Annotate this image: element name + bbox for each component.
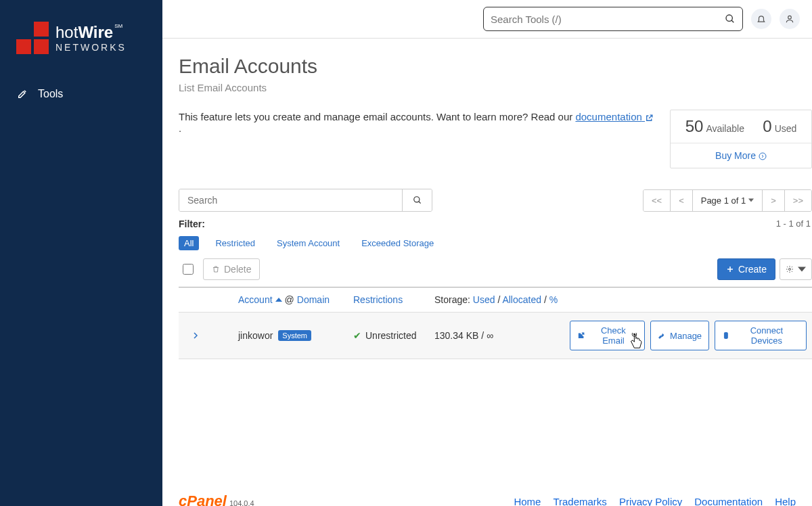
create-button[interactable]: Create: [717, 258, 775, 280]
brand-text-1b: Wire: [78, 23, 113, 41]
expand-row[interactable]: [179, 331, 212, 340]
cell-storage: 130.34 KB / ∞: [429, 330, 564, 341]
external-link-icon: [645, 114, 654, 122]
pager-prev[interactable]: <: [671, 190, 693, 211]
pager-next[interactable]: >: [763, 190, 785, 211]
intro-prefix: This feature lets you create and manage …: [179, 111, 575, 122]
arrow-right-circle-icon: [759, 152, 767, 160]
select-all-checkbox[interactable]: [183, 264, 194, 275]
stat-available: 50Available: [685, 117, 744, 136]
brand-text-1a: hot: [55, 23, 78, 41]
footer-privacy[interactable]: Privacy Policy: [619, 496, 682, 507]
sort-percent[interactable]: %: [549, 294, 558, 305]
footer-trademarks[interactable]: Trademarks: [553, 496, 606, 507]
documentation-link[interactable]: documentation: [575, 111, 654, 122]
svg-point-2: [788, 16, 792, 19]
filter-exceeded[interactable]: Exceeded Storage: [356, 236, 439, 250]
cell-restrictions: ✔Unrestricted: [348, 330, 429, 341]
main: Email Accounts List Email Accounts This …: [162, 0, 812, 506]
notifications-button[interactable]: [751, 9, 771, 29]
cell-account: jinkowor System: [233, 330, 348, 341]
filter-label: Filter:: [179, 218, 439, 229]
pagination: << < Page 1 of 1 > >>: [643, 189, 812, 212]
svg-line-1: [731, 20, 734, 22]
caret-down-icon: [748, 198, 754, 203]
user-button[interactable]: [780, 9, 800, 29]
page-subtitle: List Email Accounts: [179, 82, 812, 93]
filter-restricted[interactable]: Restricted: [210, 236, 261, 250]
trash-icon: [212, 265, 220, 273]
svg-point-0: [726, 15, 732, 21]
stats-panel: 50Available 0Used Buy More: [670, 110, 812, 168]
bell-icon: [757, 14, 766, 24]
search-icon: [725, 14, 736, 24]
svg-point-3: [759, 153, 766, 160]
sort-allocated[interactable]: Allocated: [502, 294, 541, 305]
stat-used: 0Used: [763, 117, 796, 136]
table-header: Account @ Domain Restrictions Storage: U…: [179, 288, 812, 312]
system-badge: System: [278, 330, 311, 341]
sidebar-item-tools[interactable]: Tools: [0, 78, 162, 110]
wrench-icon: [16, 88, 28, 100]
sort-used[interactable]: Used: [473, 294, 495, 305]
check-email-button[interactable]: Check Email: [570, 321, 645, 350]
gear-icon: [786, 265, 794, 273]
sidebar: hotWireSM NETWORKS Tools: [0, 0, 162, 506]
search-icon: [413, 196, 422, 205]
footer-home[interactable]: Home: [514, 496, 541, 507]
connect-devices-button[interactable]: Connect Devices: [715, 321, 807, 350]
filter-all[interactable]: All: [179, 236, 199, 250]
check-icon: ✔: [353, 330, 361, 341]
header-storage: Storage: Used / Allocated / %: [429, 294, 564, 305]
chevron-right-icon: [191, 331, 200, 340]
search-tools-input[interactable]: [491, 14, 725, 25]
account-search-button[interactable]: [402, 189, 432, 211]
search-tools[interactable]: [483, 7, 743, 31]
topbar: [162, 0, 812, 39]
settings-button[interactable]: [780, 258, 812, 280]
table-row: jinkowor System ✔Unrestricted 130.34 KB …: [179, 312, 812, 359]
logo-icon: [16, 22, 49, 54]
user-icon: [785, 14, 794, 24]
intro-text: This feature lets you create and manage …: [179, 110, 656, 134]
manage-button[interactable]: Manage: [650, 321, 709, 350]
svg-line-5: [418, 202, 420, 204]
external-link-icon: [577, 331, 585, 340]
account-search[interactable]: [179, 189, 432, 212]
svg-point-4: [413, 197, 419, 202]
brand-text-2: NETWORKS: [55, 42, 127, 53]
brand-logo: hotWireSM NETWORKS: [0, 0, 162, 78]
caret-down-icon: [798, 265, 806, 273]
plus-icon: [726, 265, 734, 273]
result-range: 1 - 1 of 1: [776, 218, 812, 229]
sidebar-item-label: Tools: [38, 88, 63, 100]
header-account[interactable]: Account @ Domain: [233, 294, 348, 305]
footer-docs[interactable]: Documentation: [694, 496, 763, 507]
svg-point-8: [725, 337, 726, 338]
pager-first[interactable]: <<: [644, 190, 671, 211]
svg-point-6: [789, 269, 791, 271]
page-title: Email Accounts: [179, 55, 812, 78]
buy-more-link[interactable]: Buy More: [715, 150, 767, 161]
header-restrictions[interactable]: Restrictions: [348, 294, 429, 305]
sort-asc-icon: [275, 296, 282, 303]
footer-help[interactable]: Help: [775, 496, 796, 507]
delete-button[interactable]: Delete: [203, 258, 260, 280]
accounts-table: Account @ Domain Restrictions Storage: U…: [179, 287, 812, 359]
pager-current[interactable]: Page 1 of 1: [693, 190, 763, 211]
account-search-input[interactable]: [179, 189, 402, 211]
wrench-icon: [658, 331, 666, 340]
footer: cPanel 104.0.4 Home Trademarks Privacy P…: [162, 481, 812, 506]
cpanel-logo: cPanel 104.0.4: [179, 492, 254, 506]
filter-system[interactable]: System Account: [271, 236, 345, 250]
pager-last[interactable]: >>: [785, 190, 811, 211]
intro-suffix: .: [179, 122, 181, 134]
mobile-icon: [722, 331, 730, 340]
